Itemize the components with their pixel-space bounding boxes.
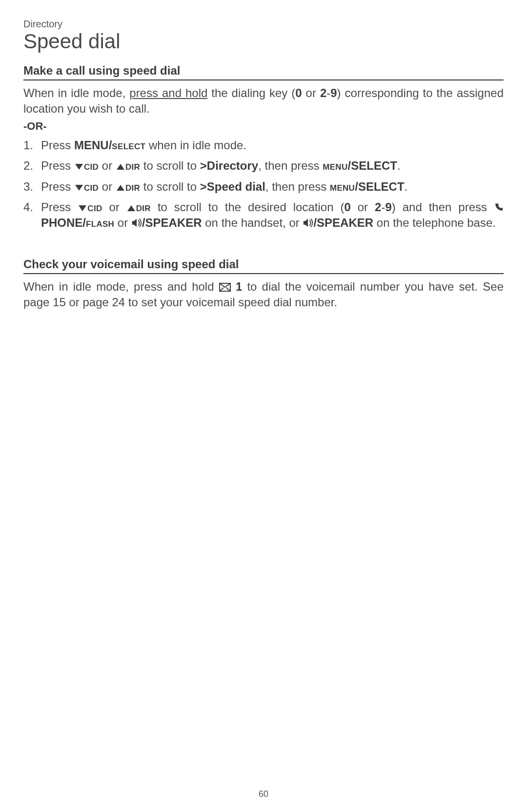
page-number: 60 bbox=[0, 789, 527, 799]
text: When in idle mode, press and hold bbox=[23, 280, 219, 293]
text: to scroll to bbox=[140, 159, 200, 172]
svg-marker-5 bbox=[127, 205, 135, 211]
speaker-label: /SPEAKER bbox=[313, 216, 373, 229]
speaker-label: /SPEAKER bbox=[142, 216, 202, 229]
svg-marker-2 bbox=[75, 185, 83, 191]
svg-marker-4 bbox=[79, 205, 86, 211]
step-4: Press cid or dir to scroll to the desire… bbox=[41, 199, 504, 231]
key-1: 1 bbox=[236, 280, 242, 293]
text: Press bbox=[41, 200, 78, 214]
svg-marker-3 bbox=[117, 185, 124, 191]
text: Press bbox=[41, 180, 74, 193]
step-3: Press cid or dir to scroll to >Speed dia… bbox=[41, 179, 504, 195]
step-2: Press cid or dir to scroll to >Directory… bbox=[41, 158, 504, 174]
menu-select-label: MENU/select bbox=[74, 139, 145, 152]
dir-label: dir bbox=[125, 180, 140, 193]
triangle-down-icon bbox=[78, 204, 87, 212]
make-call-intro: When in idle mode, press and hold the di… bbox=[23, 85, 504, 117]
key-9: 9 bbox=[330, 86, 337, 99]
section-heading-voicemail: Check your voicemail using speed dial bbox=[23, 257, 504, 274]
cid-label: cid bbox=[84, 159, 99, 172]
triangle-down-icon bbox=[74, 163, 84, 171]
text: or bbox=[351, 200, 375, 214]
step-1: Press MENU/select when in idle mode. bbox=[41, 138, 504, 153]
key-9: 9 bbox=[385, 200, 391, 214]
cid-label: cid bbox=[84, 180, 99, 193]
text: on the handset, or bbox=[202, 216, 303, 229]
text: or bbox=[114, 216, 131, 229]
key-2: 2 bbox=[375, 200, 381, 214]
text: the dialing key ( bbox=[207, 86, 295, 99]
text: ) and then press bbox=[392, 200, 494, 214]
manual-page: Directory Speed dial Make a call using s… bbox=[0, 0, 527, 812]
menu-select-label: menu/SELECT bbox=[323, 159, 397, 172]
make-call-steps: Press MENU/select when in idle mode. Pre… bbox=[23, 138, 504, 231]
menu-target-speed-dial: >Speed dial bbox=[200, 180, 265, 193]
text: , then press bbox=[265, 180, 330, 193]
section-heading-make-call: Make a call using speed dial bbox=[23, 64, 504, 80]
triangle-up-icon bbox=[126, 204, 136, 212]
text: to scroll to bbox=[140, 180, 200, 193]
text: or bbox=[99, 159, 116, 172]
key-2: 2 bbox=[320, 86, 326, 99]
menu-select-label: menu/SELECT bbox=[330, 180, 405, 193]
or-label: -OR- bbox=[23, 120, 504, 133]
speaker-icon bbox=[303, 218, 313, 228]
text: , then press bbox=[258, 159, 323, 172]
cid-label: cid bbox=[87, 200, 102, 214]
text: . bbox=[397, 159, 401, 172]
text: or bbox=[302, 86, 320, 99]
svg-marker-1 bbox=[117, 164, 124, 170]
triangle-down-icon bbox=[74, 184, 84, 192]
page-title: Speed dial bbox=[23, 31, 504, 52]
breadcrumb: Directory bbox=[23, 19, 504, 30]
text: Press bbox=[41, 159, 74, 172]
speaker-icon bbox=[131, 218, 142, 228]
mail-icon bbox=[219, 283, 231, 292]
text-underline: press and hold bbox=[129, 86, 207, 99]
text: when in idle mode. bbox=[145, 139, 246, 152]
triangle-up-icon bbox=[116, 163, 125, 171]
text: When in idle mode, bbox=[23, 86, 129, 99]
text: Press bbox=[41, 139, 74, 152]
phone-icon bbox=[494, 202, 504, 212]
text: on the telephone base. bbox=[373, 216, 496, 229]
text: or bbox=[102, 200, 126, 214]
key-0: 0 bbox=[295, 86, 302, 99]
voicemail-text: When in idle mode, press and hold 1 to d… bbox=[23, 279, 504, 311]
text: to scroll to the desired location ( bbox=[151, 200, 345, 214]
triangle-up-icon bbox=[116, 184, 125, 192]
dir-label: dir bbox=[136, 200, 151, 214]
text: or bbox=[99, 180, 116, 193]
menu-target-directory: >Directory bbox=[200, 159, 258, 172]
text: . bbox=[405, 180, 408, 193]
svg-marker-0 bbox=[75, 164, 83, 170]
key-0: 0 bbox=[344, 200, 350, 214]
phone-flash-label: PHONE/flash bbox=[41, 216, 114, 229]
dir-label: dir bbox=[125, 159, 140, 172]
